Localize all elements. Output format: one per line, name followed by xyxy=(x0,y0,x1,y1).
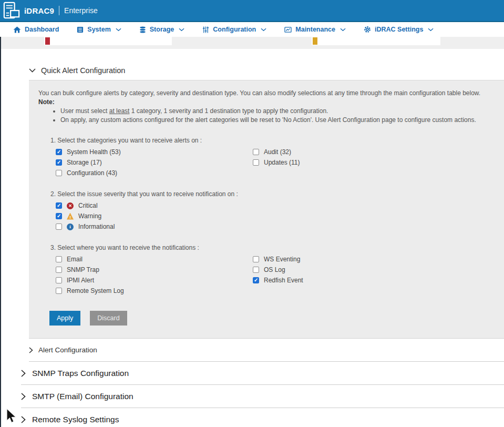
chevron-right-icon xyxy=(21,370,26,377)
section-quick-alert-configuration[interactable]: Quick Alert Configuration xyxy=(29,60,504,80)
quick-alert-panel: You can bulk configure alerts by categor… xyxy=(29,80,504,339)
option-audit: Audit (32) xyxy=(253,147,300,157)
section-remote-syslog-settings[interactable]: Remote Syslog Settings xyxy=(21,408,504,427)
section-snmp-traps-configuration[interactable]: SNMP Traps Configuration xyxy=(21,362,504,385)
checkbox[interactable] xyxy=(56,256,62,262)
chevron-down-icon xyxy=(179,28,184,32)
option-snmp-trap: SNMP Trap xyxy=(56,265,253,275)
nav-label: System xyxy=(87,26,110,33)
note-text: 1 category, 1 severity and 1 destination… xyxy=(129,107,328,115)
section-smtp-email-configuration[interactable]: SMTP (Email) Configuration xyxy=(21,385,504,408)
step-label: 1. Select the categories you want to rec… xyxy=(50,136,493,145)
option-ipmi-alert: IPMI Alert xyxy=(56,275,253,286)
checkbox[interactable] xyxy=(253,159,259,166)
checkbox[interactable] xyxy=(56,149,62,155)
option-critical: Critical xyxy=(56,200,115,211)
mouse-cursor xyxy=(6,408,17,424)
nav-configuration[interactable]: Configuration xyxy=(202,26,266,33)
categories-right-column: Audit (32) Updates (11) xyxy=(253,147,300,178)
sliders-icon xyxy=(202,26,209,33)
step-severity: 2. Select the issue severity that you wa… xyxy=(50,190,493,232)
option-remote-system-log: Remote System Log xyxy=(56,286,253,296)
chevron-down-icon xyxy=(428,28,434,32)
home-icon xyxy=(13,26,21,33)
chevron-right-icon xyxy=(21,393,26,400)
option-configuration: Configuration (43) xyxy=(56,168,253,178)
step-label: 2. Select the issue severity that you wa… xyxy=(50,190,493,198)
nav-idrac-settings[interactable]: iDRAC Settings xyxy=(364,26,434,33)
checkbox[interactable] xyxy=(56,159,62,166)
note-item: User must select at least 1 category, 1 … xyxy=(60,107,493,116)
note-text-underlined: at least xyxy=(109,107,130,115)
checkbox[interactable] xyxy=(56,223,62,230)
gear-icon xyxy=(364,26,371,33)
nav-label: Dashboard xyxy=(25,26,59,33)
checkbox-label: Redfish Event xyxy=(264,277,303,284)
destinations-right-column: WS Eventing OS Log Redfish Event xyxy=(253,254,303,296)
partial-legend-strip xyxy=(44,37,172,45)
section-title: Alert Configuration xyxy=(38,346,97,354)
option-system-health: System Health (53) xyxy=(56,147,253,157)
checkbox[interactable] xyxy=(56,277,62,283)
section-alert-configuration[interactable]: Alert Configuration xyxy=(29,339,504,362)
checkbox-label: Audit (32) xyxy=(264,148,291,156)
option-updates: Updates (11) xyxy=(253,157,300,168)
categories-left-column: System Health (53) Storage (17) Configur… xyxy=(56,147,253,178)
option-os-log: OS Log xyxy=(253,265,303,275)
destinations-left-column: Email SNMP Trap IPMI Alert Remote System… xyxy=(56,254,253,296)
checkbox[interactable] xyxy=(253,267,259,273)
checkbox[interactable] xyxy=(56,170,62,176)
checkbox-label: Critical xyxy=(78,202,98,209)
checkbox-label: WS Eventing xyxy=(264,256,300,263)
nav-maintenance[interactable]: Maintenance xyxy=(284,26,346,33)
step-destinations: 3. Select where you want to receive the … xyxy=(50,243,493,296)
checkbox[interactable] xyxy=(56,267,62,273)
checkbox[interactable] xyxy=(253,149,259,155)
checkbox-label: Warning xyxy=(78,212,101,220)
apply-button[interactable]: Apply xyxy=(49,311,80,326)
chevron-right-icon xyxy=(29,347,33,353)
section-title: Quick Alert Configuration xyxy=(41,66,125,75)
checkbox-label: IPMI Alert xyxy=(67,277,94,284)
idrac-logo-icon xyxy=(3,2,20,19)
checkbox-label: System Health (53) xyxy=(67,148,121,156)
left-edge-line xyxy=(0,37,1,427)
checkbox-label: SNMP Trap xyxy=(67,266,99,273)
edition-label: Enterprise xyxy=(64,6,98,15)
option-informational: Informational xyxy=(56,221,115,232)
intro-text: You can bulk configure alerts by categor… xyxy=(38,89,493,98)
note-label: Note: xyxy=(38,98,493,107)
nav-label: Storage xyxy=(150,26,174,33)
checkbox-label: Informational xyxy=(78,223,115,230)
checkbox[interactable] xyxy=(56,288,62,294)
discard-button[interactable]: Discard xyxy=(90,311,127,326)
chevron-down-icon xyxy=(261,28,266,32)
checkbox[interactable] xyxy=(56,213,62,219)
note-list: User must select at least 1 category, 1 … xyxy=(60,107,493,125)
step-label: 3. Select where you want to receive the … xyxy=(50,243,493,252)
option-ws-eventing: WS Eventing xyxy=(253,254,303,265)
note-item: On apply, any custom actions configured … xyxy=(60,116,493,125)
severity-column: Critical Warning Informational xyxy=(56,200,115,232)
checkbox-label: Configuration (43) xyxy=(67,169,117,177)
storage-icon xyxy=(139,26,146,33)
warning-icon xyxy=(67,213,74,220)
checkbox[interactable] xyxy=(253,277,259,283)
info-icon xyxy=(67,223,74,230)
option-email: Email xyxy=(56,254,253,265)
note-text: User must select xyxy=(60,107,109,115)
nav-storage[interactable]: Storage xyxy=(139,26,185,33)
nav-label: Configuration xyxy=(213,26,256,33)
nav-system[interactable]: System xyxy=(77,26,121,33)
nav-dashboard[interactable]: Dashboard xyxy=(13,26,59,33)
red-status-square xyxy=(45,37,50,45)
checkbox[interactable] xyxy=(56,202,62,209)
app-header: iDRAC9 Enterprise xyxy=(0,0,504,22)
chevron-down-icon xyxy=(29,68,36,73)
chevron-down-icon xyxy=(116,28,121,32)
option-warning: Warning xyxy=(56,211,115,221)
chevron-down-icon xyxy=(340,28,346,32)
checkbox-label: Storage (17) xyxy=(67,159,102,166)
checkbox[interactable] xyxy=(253,256,259,262)
option-storage: Storage (17) xyxy=(56,157,253,168)
